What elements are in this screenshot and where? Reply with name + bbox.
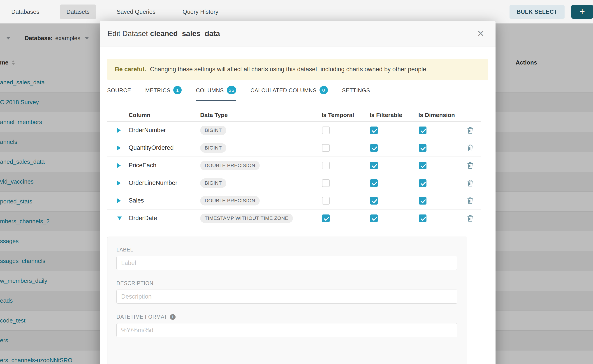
top-nav-tabs: Databases Datasets Saved Queries Query H…	[5, 5, 225, 19]
delete-column-icon[interactable]	[467, 180, 474, 187]
nav-tab-databases[interactable]: Databases	[5, 5, 46, 19]
add-dataset-button[interactable]: +	[571, 5, 593, 19]
label-field-label: LABEL	[116, 247, 457, 253]
header-is-dimension: Is Dimension	[418, 112, 459, 119]
column-name: OrderNumber	[129, 127, 200, 134]
warning-banner: Be careful. Changing these settings will…	[107, 59, 488, 80]
nav-tab-saved-queries[interactable]: Saved Queries	[110, 5, 162, 19]
column-name: PriceEach	[129, 162, 200, 169]
tab-columns-label: COLUMNS	[196, 87, 224, 94]
tab-settings[interactable]: SETTINGS	[342, 87, 370, 101]
tab-calculated-columns-badge: 0	[320, 86, 328, 94]
header-data-type: Data Type	[200, 112, 322, 119]
is-dimension-checkbox[interactable]	[419, 197, 427, 205]
is-temporal-checkbox[interactable]	[322, 214, 330, 222]
expand-caret-icon[interactable]	[117, 146, 121, 150]
columns-table: Column Data Type Is Temporal Is Filterab…	[107, 109, 481, 227]
is-filterable-checkbox[interactable]	[370, 144, 378, 152]
bulk-select-button[interactable]: BULK SELECT	[509, 5, 565, 19]
column-name: Sales	[129, 197, 200, 204]
is-temporal-checkbox[interactable]	[322, 144, 330, 152]
is-filterable-checkbox[interactable]	[370, 127, 378, 134]
datetime-format-input[interactable]	[116, 323, 457, 337]
tab-calculated-columns[interactable]: CALCULATED COLUMNS 0	[250, 87, 328, 101]
is-dimension-checkbox[interactable]	[419, 162, 427, 169]
header-is-temporal: Is Temporal	[322, 112, 370, 119]
data-type-pill: BIGINT	[200, 178, 226, 188]
modal-tabs: SOURCE METRICS 1 COLUMNS 25 CALCULATED C…	[107, 87, 488, 101]
is-filterable-checkbox[interactable]	[370, 162, 378, 169]
is-temporal-checkbox[interactable]	[322, 127, 330, 134]
column-name: OrderDate	[129, 215, 200, 222]
table-row: OrderNumber BIGINT	[107, 122, 481, 139]
column-name: OrderLineNumber	[129, 180, 200, 187]
table-row: OrderLineNumber BIGINT	[107, 174, 481, 192]
warning-banner-bold: Be careful.	[115, 66, 146, 73]
table-row: PriceEach DOUBLE PRECISION	[107, 157, 481, 174]
expand-caret-icon[interactable]	[117, 128, 121, 133]
datetime-format-field-label: DATETIME FORMAT i	[116, 314, 457, 320]
warning-banner-body: Changing these settings will affect all …	[150, 66, 428, 73]
table-row: Sales DOUBLE PRECISION	[107, 192, 481, 209]
close-icon[interactable]: ✕	[477, 29, 484, 38]
is-filterable-checkbox[interactable]	[370, 197, 378, 205]
description-field-label: DESCRIPTION	[116, 280, 457, 286]
is-temporal-checkbox[interactable]	[322, 179, 330, 187]
column-detail-panel: LABEL DESCRIPTION DATETIME FORMAT i	[107, 237, 467, 364]
topbar-actions: BULK SELECT +	[509, 5, 593, 19]
data-type-pill: BIGINT	[200, 143, 226, 153]
is-filterable-checkbox[interactable]	[370, 214, 378, 222]
modal-header: Edit Dataset cleaned_sales_data ✕	[100, 21, 495, 46]
tab-source[interactable]: SOURCE	[107, 87, 131, 101]
data-type-pill: DOUBLE PRECISION	[200, 161, 260, 170]
expand-caret-icon[interactable]	[117, 163, 121, 168]
table-row: QuantityOrdered BIGINT	[107, 139, 481, 157]
datetime-format-label-text: DATETIME FORMAT	[116, 314, 167, 320]
delete-column-icon[interactable]	[467, 197, 474, 204]
tab-metrics[interactable]: METRICS 1	[145, 87, 182, 101]
modal-title-prefix: Edit Dataset	[107, 29, 148, 38]
is-dimension-checkbox[interactable]	[419, 144, 427, 152]
header-is-filterable: Is Filterable	[370, 112, 418, 119]
tab-settings-label: SETTINGS	[342, 87, 370, 94]
nav-tab-query-history[interactable]: Query History	[176, 5, 225, 19]
data-type-pill: DOUBLE PRECISION	[200, 196, 260, 205]
header-column: Column	[129, 112, 200, 119]
tab-metrics-label: METRICS	[145, 87, 171, 94]
data-type-pill: TIMESTAMP WITHOUT TIME ZONE	[200, 214, 293, 223]
edit-dataset-modal: Edit Dataset cleaned_sales_data ✕ Be car…	[100, 21, 495, 364]
description-input[interactable]	[116, 290, 457, 304]
is-dimension-checkbox[interactable]	[419, 214, 427, 222]
tab-columns-badge: 25	[227, 86, 236, 94]
label-field-label-text: LABEL	[116, 247, 133, 253]
expand-caret-icon[interactable]	[117, 198, 121, 203]
delete-column-icon[interactable]	[467, 144, 474, 152]
nav-tab-datasets[interactable]: Datasets	[60, 5, 96, 19]
is-temporal-checkbox[interactable]	[322, 197, 330, 205]
collapse-caret-icon[interactable]	[117, 216, 122, 220]
description-field-label-text: DESCRIPTION	[116, 280, 153, 286]
is-temporal-checkbox[interactable]	[322, 162, 330, 169]
info-icon[interactable]: i	[170, 314, 176, 320]
delete-column-icon[interactable]	[467, 215, 474, 222]
data-type-pill: BIGINT	[200, 126, 226, 135]
tab-metrics-badge: 1	[173, 86, 182, 94]
modal-body: Be careful. Changing these settings will…	[100, 59, 495, 364]
expand-caret-icon[interactable]	[117, 181, 121, 185]
column-name: QuantityOrdered	[129, 144, 200, 151]
columns-table-header: Column Data Type Is Temporal Is Filterab…	[107, 109, 481, 122]
is-dimension-checkbox[interactable]	[419, 179, 427, 187]
modal-title: Edit Dataset cleaned_sales_data	[107, 29, 220, 38]
is-filterable-checkbox[interactable]	[370, 179, 378, 187]
table-row: OrderDate TIMESTAMP WITHOUT TIME ZONE	[107, 209, 481, 227]
label-input[interactable]	[116, 256, 457, 270]
warning-banner-text: Be careful. Changing these settings will…	[115, 66, 428, 73]
tab-source-label: SOURCE	[107, 87, 131, 94]
is-dimension-checkbox[interactable]	[419, 127, 427, 134]
modal-dataset-name: cleaned_sales_data	[150, 29, 220, 38]
delete-column-icon[interactable]	[467, 162, 474, 169]
tab-columns[interactable]: COLUMNS 25	[196, 87, 236, 101]
delete-column-icon[interactable]	[467, 127, 474, 134]
top-navigation-bar: Databases Datasets Saved Queries Query H…	[0, 0, 593, 23]
tab-calculated-columns-label: CALCULATED COLUMNS	[250, 87, 316, 94]
